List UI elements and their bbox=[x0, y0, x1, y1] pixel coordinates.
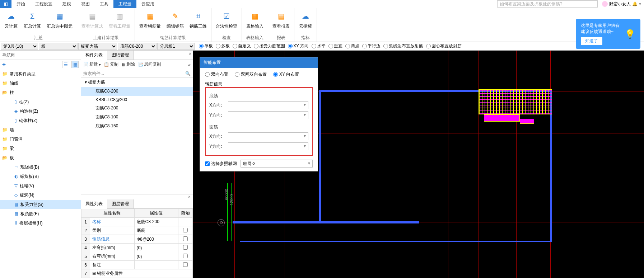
node-column[interactable]: 📂柱 bbox=[0, 88, 81, 97]
tab-tools[interactable]: 工具 bbox=[95, 0, 113, 8]
list-item[interactable]: 面筋C8-100 bbox=[81, 113, 193, 122]
list-view-icon[interactable]: ☰ bbox=[62, 61, 69, 68]
table-row[interactable]: 2类别底筋 bbox=[81, 226, 193, 235]
tab-view[interactable]: 视图 bbox=[76, 0, 95, 8]
edit-rebar-button[interactable]: ✎编辑钢筋 bbox=[164, 9, 187, 34]
opt-horizontal[interactable]: 水平 bbox=[312, 43, 326, 49]
node-masonry-column[interactable]: ▯砌体柱(Z) bbox=[0, 116, 81, 125]
delete-button[interactable]: 🗑删除 bbox=[121, 61, 135, 67]
node-slab[interactable]: 📂板 bbox=[0, 153, 81, 162]
more-icon[interactable]: » bbox=[188, 62, 191, 67]
table-row[interactable]: 5右弯折(mm)(0) bbox=[81, 252, 193, 261]
search-icon[interactable]: 🔍 bbox=[185, 71, 191, 76]
table-row[interactable]: 7⊞ 钢筋业务属性 bbox=[81, 269, 193, 278]
tab-layer-mgmt[interactable]: 图层管理 bbox=[107, 199, 134, 208]
component-search-input[interactable] bbox=[83, 71, 185, 76]
opt-two-points[interactable]: 两点 bbox=[345, 43, 359, 49]
opt-single-board[interactable]: 单板 bbox=[199, 43, 213, 49]
tab-project-settings[interactable]: 工程设置 bbox=[30, 0, 57, 8]
list-item[interactable]: KBSLJ-C8@200 bbox=[81, 96, 193, 104]
summary-selected-button[interactable]: ▦汇总选中图元 bbox=[44, 9, 75, 34]
table-input-button[interactable]: ▦表格输入 bbox=[243, 9, 266, 34]
node-cast-slab[interactable]: ▭现浇板(B) bbox=[0, 162, 81, 172]
close-icon[interactable]: × bbox=[81, 194, 193, 199]
cloud-metric-button[interactable]: ☁云指标 bbox=[296, 9, 315, 34]
group-table-input: 表格输入 bbox=[243, 34, 266, 42]
opt-multi-board[interactable]: 多板 bbox=[216, 43, 230, 49]
table-row[interactable]: 3钢筋信息Φ8@200 bbox=[81, 235, 193, 244]
node-spiral-slab[interactable]: ◐螺旋板(B) bbox=[0, 172, 81, 181]
summary-calc-button[interactable]: Σ汇总计算 bbox=[21, 9, 44, 34]
node-slab-negative[interactable]: ▦板负筋(F) bbox=[0, 209, 81, 218]
opt-bidirectional[interactable]: 双向布置 bbox=[205, 71, 228, 77]
table-row[interactable]: 4左弯折(mm)(0) bbox=[81, 244, 193, 252]
canvas[interactable]: 60000 12000 D 智能布置 双向布置 双网双向布置 XY 向布置 钢筋… bbox=[193, 51, 644, 278]
node-door-window[interactable]: 📁门窗洞 bbox=[0, 135, 81, 144]
node-slab-hole[interactable]: ◇板洞(N) bbox=[0, 190, 81, 200]
add-icon[interactable]: ✚ bbox=[2, 62, 6, 67]
top-x-input[interactable] bbox=[228, 132, 308, 140]
node-axis[interactable]: 📁轴线 bbox=[0, 79, 81, 88]
tab-drawing-mgmt[interactable]: 图纸管理 bbox=[107, 51, 134, 60]
main-area: 导航树 ✚ ☰ ▦ 📁常用构件类型 📁轴线 📂柱 ▯柱(Z) ◈构造柱(Z) ▯… bbox=[0, 51, 644, 278]
view-formula-button[interactable]: ▤查看计算式 bbox=[79, 9, 106, 34]
list-item[interactable]: 底筋C8-150 bbox=[81, 122, 193, 131]
node-floor-strip[interactable]: Ⅲ楼层板带(H) bbox=[0, 218, 81, 228]
bell-icon[interactable]: 🔔 bbox=[632, 1, 638, 6]
list-category[interactable]: ▾ 板受力筋 bbox=[81, 78, 193, 87]
tab-cloud-app[interactable]: 云应用 bbox=[136, 0, 159, 8]
node-common[interactable]: 📁常用构件类型 bbox=[0, 69, 81, 79]
axis-select[interactable]: 轴网-2 bbox=[241, 160, 313, 168]
close-icon[interactable]: × bbox=[189, 51, 191, 56]
app-icon[interactable]: ◧ bbox=[0, 0, 11, 8]
floor-select[interactable]: 第3层 (18) bbox=[1, 43, 38, 50]
chevron-down-icon[interactable]: ▾ bbox=[639, 1, 641, 6]
top-y-input[interactable] bbox=[228, 142, 308, 150]
bottom-y-input[interactable] bbox=[228, 111, 308, 119]
node-struct-column[interactable]: ◈构造柱(Z) bbox=[0, 107, 81, 116]
item-select[interactable]: 底筋C8-200 bbox=[118, 43, 157, 50]
new-button[interactable]: 📄新建 ▾ bbox=[83, 61, 101, 67]
list-item[interactable]: 底筋C8-200 bbox=[81, 87, 193, 96]
opt-double-mesh[interactable]: 双网双向布置 bbox=[235, 71, 267, 77]
cloud-calc-button[interactable]: ☁云计算 bbox=[1, 9, 21, 34]
opt-arc-radial[interactable]: 弧线边布置放射筋 bbox=[383, 43, 423, 49]
copy-button[interactable]: 📋复制 bbox=[104, 61, 118, 67]
view-quantity-button[interactable]: ▥查看工程量 bbox=[106, 9, 133, 34]
view-report-button[interactable]: ▤查看报表 bbox=[270, 9, 293, 34]
tab-start[interactable]: 开始 bbox=[11, 0, 30, 8]
opt-center-radial[interactable]: 圆心布置放射筋 bbox=[426, 43, 462, 49]
table-row[interactable]: 1名称底筋C8-200 bbox=[81, 218, 193, 226]
user-area[interactable]: 野蛮小女人 🔔 ▾ bbox=[599, 0, 644, 8]
node-slab-rebar[interactable]: ▦板受力筋(S) bbox=[0, 200, 81, 209]
opt-xy-direction[interactable]: XY 方向 bbox=[288, 43, 309, 49]
opt-parallel-edge[interactable]: 平行边 bbox=[362, 43, 381, 49]
opt-rebar-range[interactable]: 按受力筋范围 bbox=[254, 43, 285, 49]
node-beam[interactable]: 📁梁 bbox=[0, 144, 81, 153]
bottom-x-input[interactable] bbox=[228, 101, 308, 109]
opt-xy-layout[interactable]: XY 向布置 bbox=[273, 71, 299, 77]
subcategory-select[interactable]: 板受力筋 bbox=[78, 43, 117, 50]
node-column-z[interactable]: ▯柱(Z) bbox=[0, 97, 81, 107]
grid-view-icon[interactable]: ▦ bbox=[71, 61, 79, 68]
tab-quantity[interactable]: 工程量 bbox=[113, 0, 136, 8]
rebar-3d-button[interactable]: ⌗钢筋三维 bbox=[187, 9, 210, 34]
opt-custom[interactable]: 自定义 bbox=[233, 43, 251, 49]
smart-layout-dialog: 智能布置 双向布置 双网双向布置 XY 向布置 钢筋信息 底筋 X方向: Y方向… bbox=[200, 57, 318, 171]
ref-axis-checkbox[interactable]: 选择参照轴网 bbox=[205, 161, 237, 167]
table-row[interactable]: 6备注 bbox=[81, 261, 193, 269]
opt-vertical[interactable]: 垂直 bbox=[328, 43, 342, 49]
help-search-input[interactable]: 如何布置梁边梁及拱板处的钢筋? bbox=[497, 0, 598, 8]
category-select[interactable]: 板 bbox=[39, 43, 78, 50]
list-item[interactable]: 面筋C8-200 bbox=[81, 104, 193, 113]
tab-component-list[interactable]: 构件列表 bbox=[81, 51, 107, 60]
layer-copy-button[interactable]: 📑层间复制 bbox=[138, 61, 161, 67]
node-column-cap[interactable]: ▽柱帽(V) bbox=[0, 181, 81, 190]
view-rebar-button[interactable]: ▦查看钢筋量 bbox=[136, 9, 164, 34]
tab-property-list[interactable]: 属性列表 bbox=[81, 199, 107, 209]
layer-select[interactable]: 分层板1 bbox=[157, 43, 195, 50]
tab-modeling[interactable]: 建模 bbox=[57, 0, 76, 8]
node-wall[interactable]: 📁墙 bbox=[0, 125, 81, 135]
validity-check-button[interactable]: ☑合法性检查 bbox=[213, 9, 240, 34]
tip-ok-button[interactable]: 知道了 bbox=[581, 37, 602, 45]
